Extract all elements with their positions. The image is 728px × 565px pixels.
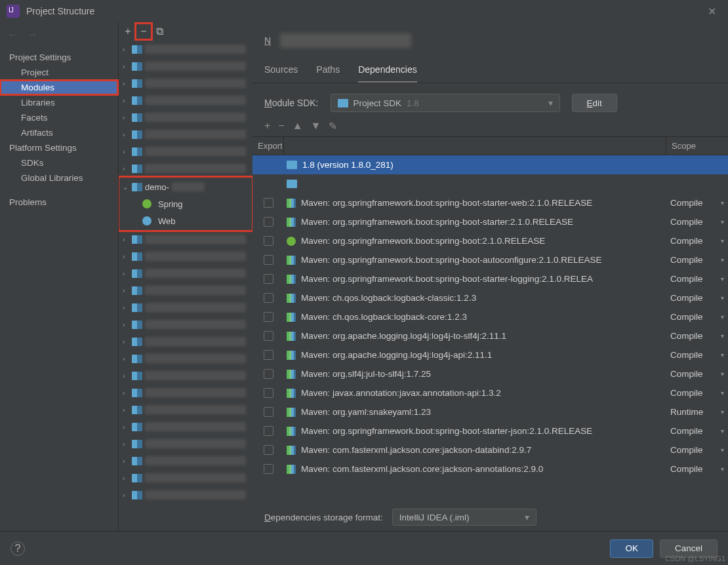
dep-row[interactable]: Maven: org.springframework.boot:spring-b… [253, 231, 728, 250]
scope-combo[interactable]: Compile▾ [666, 464, 728, 474]
module-row[interactable]: › [119, 333, 253, 350]
module-row[interactable]: › [119, 299, 253, 316]
close-icon[interactable]: ✕ [702, 3, 721, 20]
module-demo[interactable]: ⌄demo- [119, 178, 253, 195]
remove-module-icon[interactable]: − [137, 25, 150, 38]
dep-row[interactable]: Maven: ch.qos.logback:logback-classic:1.… [253, 288, 728, 307]
tab-paths[interactable]: Paths [316, 59, 340, 83]
dep-row[interactable]: Maven: com.fasterxml.jackson.core:jackso… [253, 440, 728, 459]
export-checkbox[interactable] [264, 198, 273, 208]
module-name-field[interactable] [280, 33, 411, 48]
nav-item-sdks[interactable]: SDKs [0, 155, 118, 170]
nav-item-facets[interactable]: Facets [0, 110, 118, 125]
scope-combo[interactable]: Compile▾ [666, 236, 728, 246]
nav-back-icon[interactable]: ← [8, 29, 18, 41]
nav-item-artifacts[interactable]: Artifacts [0, 125, 118, 140]
dep-row[interactable]: Maven: javax.annotation:javax.annotation… [253, 383, 728, 402]
nav-item-modules[interactable]: Modules [0, 80, 118, 95]
module-row[interactable]: › [119, 58, 253, 75]
module-row[interactable]: › [119, 160, 253, 177]
export-checkbox[interactable] [264, 255, 273, 265]
export-checkbox[interactable] [264, 312, 273, 322]
module-web[interactable]: Web [119, 212, 253, 229]
module-row[interactable]: › [119, 452, 253, 469]
module-row[interactable]: › [119, 486, 253, 503]
dep-remove-icon[interactable]: − [278, 120, 284, 132]
ok-button[interactable]: OK [610, 539, 653, 558]
module-row[interactable]: › [119, 469, 253, 486]
scope-combo[interactable]: Compile▾ [666, 274, 728, 284]
col-name[interactable] [284, 137, 666, 155]
export-checkbox[interactable] [264, 217, 273, 227]
copy-module-icon[interactable]: ⧉ [153, 25, 166, 38]
module-row[interactable]: › [119, 367, 253, 384]
nav-forward-icon[interactable]: → [28, 29, 38, 41]
module-row[interactable]: › [119, 350, 253, 367]
dep-row[interactable]: Maven: org.apache.logging.log4j:log4j-to… [253, 326, 728, 345]
module-row[interactable]: › [119, 92, 253, 109]
module-spring[interactable]: Spring [119, 195, 253, 212]
nav-item-project[interactable]: Project [0, 65, 118, 80]
col-export[interactable]: Export [253, 137, 284, 155]
dep-row[interactable]: Maven: org.springframework.boot:spring-b… [253, 269, 728, 288]
module-row[interactable]: › [119, 401, 253, 418]
dep-row[interactable]: Maven: org.springframework.boot:spring-b… [253, 250, 728, 269]
export-checkbox[interactable] [264, 274, 273, 284]
export-checkbox[interactable] [264, 369, 273, 379]
dep-up-icon[interactable]: ▲ [293, 120, 303, 132]
dep-row[interactable]: Maven: org.springframework.boot:spring-b… [253, 421, 728, 440]
nav-item-global-libraries[interactable]: Global Libraries [0, 170, 118, 185]
export-checkbox[interactable] [264, 293, 273, 303]
module-row[interactable]: › [119, 384, 253, 401]
export-checkbox[interactable] [264, 350, 273, 360]
module-row[interactable]: › [119, 143, 253, 160]
dep-add-icon[interactable]: + [264, 120, 270, 132]
dep-down-icon[interactable]: ▼ [311, 120, 321, 132]
col-scope[interactable]: Scope [666, 137, 728, 155]
dep-row[interactable]: Maven: org.apache.logging.log4j:log4j-ap… [253, 345, 728, 364]
export-checkbox[interactable] [264, 388, 273, 398]
scope-combo[interactable]: Compile▾ [666, 388, 728, 398]
storage-format-combo[interactable]: IntelliJ IDEA (.iml) ▾ [392, 509, 536, 526]
scope-combo[interactable]: Runtime▾ [666, 407, 728, 417]
dep-row[interactable]: Maven: ch.qos.logback:logback-core:1.2.3… [253, 307, 728, 326]
scope-combo[interactable]: Compile▾ [666, 255, 728, 265]
module-row[interactable]: › [119, 435, 253, 452]
export-checkbox[interactable] [264, 407, 273, 417]
dep-row-module-source[interactable] [253, 174, 728, 193]
module-sdk-combo[interactable]: Project SDK 1.8 ▾ [331, 94, 560, 112]
nav-item-problems[interactable]: Problems [0, 195, 118, 210]
module-row[interactable]: › [119, 126, 253, 143]
module-tree[interactable]: ››››››››⌄demo-SpringWeb›››››››››››››››› [119, 41, 253, 531]
module-row[interactable]: › [119, 109, 253, 126]
module-row[interactable]: › [119, 265, 253, 282]
dep-row[interactable]: Maven: com.fasterxml.jackson.core:jackso… [253, 459, 728, 478]
export-checkbox[interactable] [264, 331, 273, 341]
edit-sdk-button[interactable]: Edit [572, 94, 617, 112]
scope-combo[interactable]: Compile▾ [666, 312, 728, 322]
scope-combo[interactable]: Compile▾ [666, 369, 728, 379]
scope-combo[interactable]: Compile▾ [666, 198, 728, 208]
scope-combo[interactable]: Compile▾ [666, 331, 728, 341]
module-row[interactable]: › [119, 248, 253, 265]
help-icon[interactable]: ? [10, 541, 25, 556]
module-row[interactable]: › [119, 316, 253, 333]
export-checkbox[interactable] [264, 464, 273, 474]
tab-dependencies[interactable]: Dependencies [358, 59, 417, 83]
dep-edit-icon[interactable]: ✎ [329, 120, 337, 132]
scope-combo[interactable]: Compile▾ [666, 445, 728, 455]
dep-row[interactable]: Maven: org.springframework.boot:spring-b… [253, 212, 728, 231]
nav-item-libraries[interactable]: Libraries [0, 95, 118, 110]
module-row[interactable]: › [119, 41, 253, 58]
module-row[interactable]: › [119, 418, 253, 435]
dep-row[interactable]: Maven: org.slf4j:jul-to-slf4j:1.7.25Comp… [253, 364, 728, 383]
tab-sources[interactable]: Sources [264, 59, 298, 83]
module-row[interactable]: › [119, 282, 253, 299]
dep-row-jdk[interactable]: 1.8 (version 1.8.0_281) [253, 155, 728, 174]
module-row[interactable]: › [119, 231, 253, 248]
add-module-icon[interactable]: + [121, 25, 134, 38]
dep-row[interactable]: Maven: org.yaml:snakeyaml:1.23Runtime▾ [253, 402, 728, 421]
module-row[interactable]: › [119, 75, 253, 92]
scope-combo[interactable]: Compile▾ [666, 350, 728, 360]
scope-combo[interactable]: Compile▾ [666, 293, 728, 303]
